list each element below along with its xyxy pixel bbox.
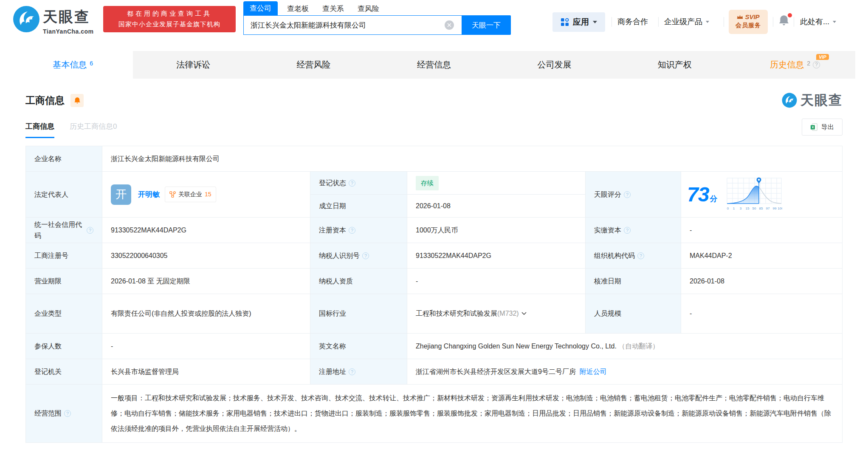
export-button[interactable]: X 导出 xyxy=(802,119,843,136)
apps-menu-button[interactable]: 应用 xyxy=(552,12,605,32)
section-title: 工商信息 xyxy=(25,94,65,107)
help-icon[interactable]: ? xyxy=(349,368,355,375)
reg-status-value: 存续 xyxy=(407,172,586,194)
divider xyxy=(658,17,659,27)
main-content: 工商信息 天眼查 工商信息 历史工商信息0 X 导出 xyxy=(13,79,855,443)
help-icon[interactable]: ? xyxy=(813,61,820,68)
help-icon[interactable]: ? xyxy=(87,227,93,234)
search-tab-company[interactable]: 查公司 xyxy=(243,1,278,15)
help-icon[interactable]: ? xyxy=(362,252,369,259)
reg-authority-value: 长兴县市场监督管理局 xyxy=(102,359,310,384)
svg-text:1: 1 xyxy=(733,207,735,210)
credit-code-value: 91330522MAK44DAP2G xyxy=(102,218,310,243)
tab-count: 6 xyxy=(90,60,93,67)
chevron-down-icon xyxy=(593,21,597,23)
chevron-down-icon[interactable] xyxy=(521,312,527,315)
help-icon[interactable]: ? xyxy=(349,227,355,234)
legal-rep-label: 法定代表人 xyxy=(26,172,102,217)
industry-value[interactable]: 工程和技术研究和试验发展(M732) xyxy=(407,294,586,333)
company-name-label: 企业名称 xyxy=(26,146,102,171)
divider xyxy=(773,17,773,27)
search-tab-boss[interactable]: 查老板 xyxy=(287,4,309,15)
tianyancha-logo-icon[interactable] xyxy=(13,6,40,34)
business-term-label: 营业期限 xyxy=(26,269,102,294)
business-scope-value: 一般项目：工程和技术研究和试验发展；技术服务、技术开发、技术咨询、技术交流、技术… xyxy=(102,385,842,442)
reg-status-label: 登记状态 ? xyxy=(310,172,407,194)
tab-count: 2 xyxy=(807,60,810,67)
brand-block[interactable]: 天眼查 TianYanCha.com xyxy=(43,7,94,35)
insured-value: - xyxy=(102,334,310,359)
svip-membership-button[interactable]: SVIP 会员服务 xyxy=(729,10,768,34)
company-type-label: 企业类型 xyxy=(26,294,102,333)
slogan-badge: 都在用的商业查询工具 国家中小企业发展子基金旗下机构 xyxy=(103,6,236,32)
legal-rep-avatar[interactable]: 开 xyxy=(111,184,131,205)
help-icon[interactable]: ? xyxy=(64,410,71,417)
tab-intellectual-property[interactable]: 知识产权 xyxy=(614,51,735,79)
staff-size-label: 人员规模 xyxy=(586,294,681,333)
divider xyxy=(724,17,724,27)
account-menu[interactable]: 此处有... xyxy=(800,17,836,27)
tab-operating-risk[interactable]: 经营风险 xyxy=(254,51,374,79)
tab-label: 知识产权 xyxy=(658,59,692,71)
industry-label: 国标行业 xyxy=(310,294,407,333)
brand-domain: TianYanCha.com xyxy=(43,28,94,35)
score-cell[interactable]: 73分 xyxy=(681,172,842,217)
svg-text:15: 15 xyxy=(746,207,750,210)
related-companies-count: 15 xyxy=(205,190,211,199)
help-icon[interactable]: ? xyxy=(349,180,355,187)
subtab-business-info[interactable]: 工商信息 xyxy=(25,122,54,138)
enterprise-products-label: 企业级产品 xyxy=(664,17,702,27)
tab-company-development[interactable]: 公司发展 xyxy=(494,51,614,79)
reg-number-value: 330522000640305 xyxy=(102,243,310,268)
address-label: 注册地址 ? xyxy=(310,359,407,384)
svg-text:3: 3 xyxy=(740,207,742,210)
insured-label: 参保人数 xyxy=(26,334,102,359)
tab-legal-litigation[interactable]: 法律诉讼 xyxy=(133,51,253,79)
tab-label: 法律诉讼 xyxy=(176,59,210,71)
related-companies-badge[interactable]: 关联企业 15 xyxy=(165,187,216,202)
establish-date-value: 2026-01-08 xyxy=(407,195,586,217)
taxpayer-qual-label: 纳税人资质 xyxy=(310,269,407,294)
svg-text:99: 99 xyxy=(773,207,777,210)
search-input[interactable] xyxy=(243,15,462,35)
taxpayer-id-value: 91330522MAK44DAP2G xyxy=(407,243,586,268)
notifications-bell-icon[interactable] xyxy=(778,14,791,27)
search-tab-risk[interactable]: 查风险 xyxy=(358,4,379,15)
approval-date-value: 2026-01-08 xyxy=(681,269,842,294)
enterprise-products-link[interactable]: 企业级产品 xyxy=(664,17,709,27)
chevron-down-icon xyxy=(706,21,709,23)
monitor-bell-icon[interactable] xyxy=(70,94,84,107)
help-icon[interactable]: ? xyxy=(624,191,631,198)
score-label: 天眼评分 ? xyxy=(586,172,681,217)
reg-authority-label: 登记机关 xyxy=(26,359,102,384)
tianyancha-watermark-icon xyxy=(782,93,797,108)
search-button[interactable]: 天眼一下 xyxy=(462,15,511,35)
notification-dot xyxy=(788,13,792,17)
search-tab-relation[interactable]: 查关系 xyxy=(322,4,344,15)
tab-basic-info[interactable]: 基本信息 6 xyxy=(13,51,133,79)
reg-number-label: 工商注册号 xyxy=(26,243,102,268)
help-icon[interactable]: ? xyxy=(624,227,631,234)
legal-rep-cell: 开 开明敏 关联企业 15 xyxy=(102,172,310,217)
nearby-companies-link[interactable]: 附近公司 xyxy=(580,366,607,377)
biz-coop-link[interactable]: 商务合作 xyxy=(617,17,648,27)
business-term-value: 2026-01-08 至 无固定期限 xyxy=(102,269,310,294)
establish-date-label: 成立日期 xyxy=(310,195,407,217)
slogan-line1: 都在用的商业查询工具 xyxy=(103,10,236,18)
subtab-history-business-info[interactable]: 历史工商信息0 xyxy=(70,122,117,138)
divider xyxy=(794,17,794,27)
legal-rep-name-link[interactable]: 开明敏 xyxy=(138,189,160,200)
svip-sublabel: 会员服务 xyxy=(729,22,768,29)
help-icon[interactable]: ? xyxy=(637,252,644,259)
org-code-value: MAK44DAP-2 xyxy=(681,243,842,268)
paid-capital-label: 实缴资本 ? xyxy=(586,218,681,243)
tab-history-info[interactable]: VIP 历史信息 2 ? xyxy=(735,51,855,79)
english-name-label: 英文名称 xyxy=(310,334,407,359)
header: 天眼查 TianYanCha.com 都在用的商业查询工具 国家中小企业发展子基… xyxy=(0,0,868,39)
clear-search-icon[interactable] xyxy=(445,20,454,30)
svg-text:X: X xyxy=(812,125,814,129)
tab-operating-info[interactable]: 经营信息 xyxy=(374,51,494,79)
taxpayer-qual-value: - xyxy=(407,269,586,294)
search-bar: 天眼一下 xyxy=(243,15,511,35)
apps-menu-label: 应用 xyxy=(573,17,589,28)
